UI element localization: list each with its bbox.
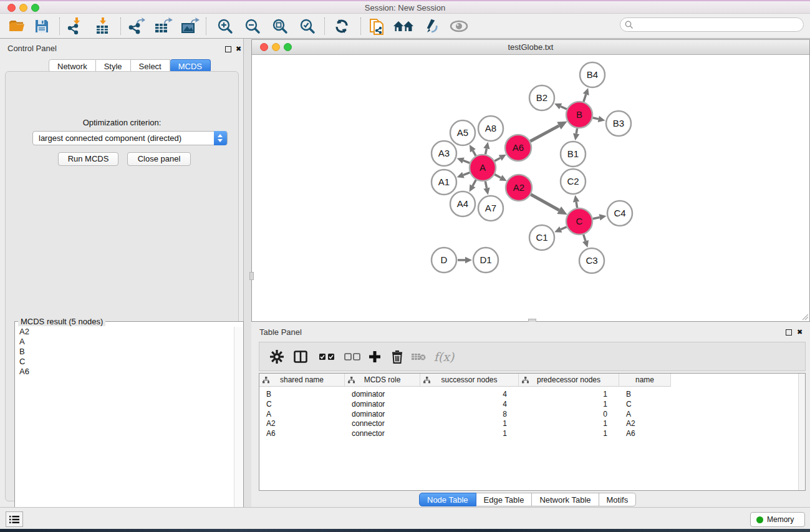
graph-edge-A-A5[interactable] — [470, 145, 476, 156]
table-cell[interactable]: A — [626, 409, 671, 419]
resize-grip-icon[interactable] — [801, 313, 809, 321]
table-cell[interactable]: 1 — [420, 428, 507, 438]
home-button[interactable] — [393, 16, 414, 36]
table-cell[interactable]: connector — [352, 428, 420, 438]
tab-mcds[interactable]: MCDS — [170, 59, 211, 72]
add-column-button[interactable] — [365, 347, 384, 366]
table-cell[interactable]: C — [626, 399, 671, 409]
graph-node-A3[interactable]: A3 — [432, 141, 456, 166]
graph-edge-B-B2[interactable] — [554, 104, 567, 109]
close-panel-icon[interactable]: ✖ — [236, 46, 241, 52]
table-cell[interactable]: 0 — [519, 409, 607, 419]
deselect-all-button[interactable] — [342, 347, 362, 366]
graph-node-C4[interactable]: C4 — [607, 201, 632, 226]
duplicate-network-button[interactable] — [367, 16, 388, 36]
zoom-in-button[interactable] — [215, 16, 236, 36]
table-settings-button[interactable] — [268, 347, 286, 366]
graph-node-A5[interactable]: A5 — [450, 120, 475, 145]
table-cell[interactable]: dominator — [352, 389, 420, 399]
table-cell[interactable]: C — [266, 399, 345, 409]
graph-node-B1[interactable]: B1 — [561, 142, 586, 167]
table-cell[interactable]: A2 — [266, 418, 345, 428]
import-table-button[interactable] — [92, 16, 113, 36]
tab-node-table[interactable]: Node Table — [419, 493, 476, 506]
table-cell[interactable]: 1 — [519, 418, 607, 428]
table-cell[interactable]: dominator — [352, 409, 420, 419]
graph-edge-A-A3[interactable] — [457, 158, 470, 164]
graph-node-A2[interactable]: A2 — [506, 175, 532, 201]
graph-node-C3[interactable]: C3 — [579, 248, 604, 273]
float-panel-icon[interactable] — [225, 46, 231, 52]
graph-node-A[interactable]: A — [470, 155, 496, 181]
table-cell[interactable]: B — [626, 389, 671, 399]
graph-edge-D-D1[interactable] — [458, 257, 472, 263]
table-scrollbar[interactable] — [798, 374, 805, 490]
graph-edge-A-A8[interactable] — [483, 142, 489, 155]
graph-edge-A-A6[interactable] — [494, 155, 506, 161]
network-canvas[interactable]: AA1A2A3A4A5A6A7A8BB1B2B3B4CC1C2C3C4DD1 — [253, 55, 809, 321]
graph-node-A6[interactable]: A6 — [505, 135, 531, 161]
graph-node-A1[interactable]: A1 — [432, 170, 456, 195]
memory-button[interactable]: Memory — [750, 512, 805, 527]
graph-node-C1[interactable]: C1 — [529, 225, 554, 250]
column-header-MCDS-role[interactable]: MCDS role — [345, 374, 420, 387]
graph-edge-B-B4[interactable] — [583, 88, 589, 102]
left-divider-grip[interactable] — [249, 272, 254, 280]
graph-edge-C-C3[interactable] — [582, 235, 589, 248]
column-header-predecessor-nodes[interactable]: predecessor nodes — [519, 374, 619, 387]
table-cell[interactable]: 4 — [420, 399, 507, 409]
table-cell[interactable]: B — [266, 389, 345, 399]
graph-edge-B-B3[interactable] — [592, 116, 605, 122]
column-header-name[interactable]: name — [619, 374, 671, 387]
table-cell[interactable]: A6 — [626, 428, 671, 438]
zoom-selected-button[interactable] — [297, 16, 318, 36]
graph-edge-A-A1[interactable] — [457, 172, 470, 178]
graph-node-A8[interactable]: A8 — [478, 116, 503, 141]
result-item-a[interactable]: A — [16, 337, 233, 347]
zoom-fit-button[interactable] — [269, 16, 291, 36]
criterion-select[interactable]: largest connected component (directed) — [32, 131, 228, 145]
result-item-a2[interactable]: A2 — [16, 327, 233, 337]
table-cell[interactable]: 8 — [420, 409, 507, 419]
column-header-successor-nodes[interactable]: successor nodes — [420, 374, 519, 387]
table-cell[interactable]: 1 — [420, 418, 507, 428]
result-item-b[interactable]: B — [16, 347, 233, 357]
tab-select[interactable]: Select — [131, 59, 170, 72]
graph-node-B[interactable]: B — [566, 102, 592, 128]
graph-node-A7[interactable]: A7 — [478, 196, 503, 221]
function-builder-button[interactable]: f(x) — [432, 347, 456, 366]
delete-column-button[interactable] — [388, 347, 406, 366]
annotation-pen-button[interactable] — [421, 16, 442, 36]
open-session-button[interactable] — [7, 16, 29, 36]
delete-table-button[interactable] — [409, 347, 428, 366]
table-float-icon[interactable] — [786, 329, 792, 336]
graph-node-C2[interactable]: C2 — [561, 169, 586, 194]
show-hide-button[interactable] — [448, 16, 470, 36]
table-close-icon[interactable]: ✖ — [797, 329, 803, 336]
export-network-button[interactable] — [126, 16, 147, 36]
export-image-button[interactable] — [180, 16, 201, 36]
network-window-titlebar[interactable]: testGlobe.txt — [252, 40, 809, 55]
result-item-c[interactable]: C — [16, 357, 233, 367]
table-cell[interactable]: 1 — [519, 428, 607, 438]
run-mcds-button[interactable]: Run MCDS — [58, 152, 118, 166]
tab-network-table[interactable]: Network Table — [532, 493, 599, 506]
graph-node-B3[interactable]: B3 — [606, 111, 631, 136]
graph-edge-A2-C[interactable] — [531, 195, 567, 215]
graph-edge-A-A2[interactable] — [494, 175, 506, 181]
graph-edge-A-A4[interactable] — [470, 180, 476, 191]
graph-node-C[interactable]: C — [566, 208, 592, 235]
tab-network[interactable]: Network — [49, 59, 96, 72]
graph-edge-B-B1[interactable] — [573, 128, 579, 141]
table-cell[interactable]: 1 — [519, 399, 607, 409]
tab-style[interactable]: Style — [96, 59, 131, 72]
table-cell[interactable]: A — [266, 409, 345, 419]
result-item-a6[interactable]: A6 — [16, 367, 233, 377]
tab-motifs[interactable]: Motifs — [599, 493, 637, 506]
graph-node-A4[interactable]: A4 — [450, 191, 475, 216]
split-table-button[interactable] — [292, 347, 309, 366]
graph-edge-A-A7[interactable] — [483, 181, 489, 195]
graph-node-D[interactable]: D — [432, 248, 456, 273]
table-cell[interactable]: connector — [352, 418, 420, 428]
table-cell[interactable]: A2 — [626, 418, 671, 428]
